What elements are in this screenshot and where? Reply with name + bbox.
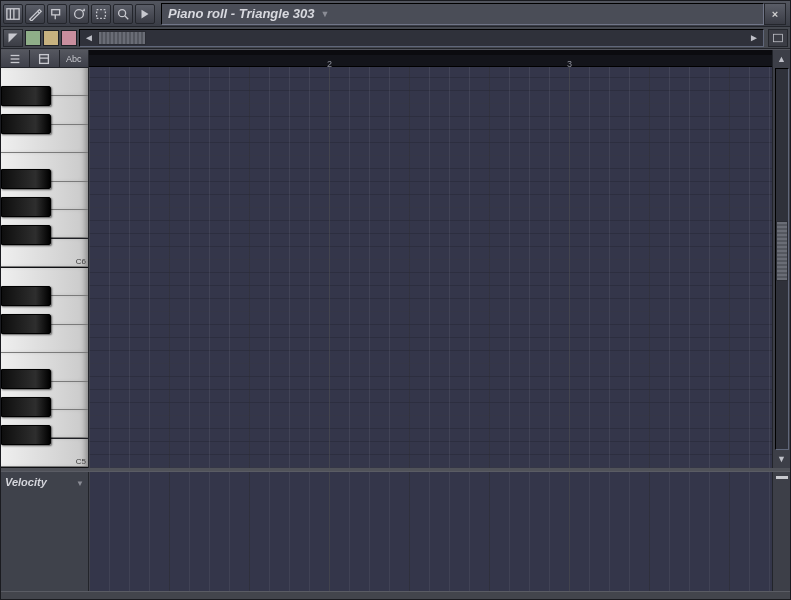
collapse-icon[interactable] <box>776 476 788 479</box>
select-tool-icon[interactable] <box>91 4 111 24</box>
black-key[interactable] <box>1 197 51 217</box>
vertical-scrollbar[interactable]: ▲ ▼ <box>772 50 790 468</box>
time-ruler[interactable]: 2 3 <box>89 50 772 67</box>
piano-keyboard[interactable]: C6 C5 <box>1 68 88 468</box>
svg-rect-14 <box>40 54 49 63</box>
close-button[interactable]: × <box>764 3 786 25</box>
black-key[interactable] <box>1 314 51 334</box>
paint-tool-icon[interactable] <box>47 4 67 24</box>
velocity-panel: Velocity ▼ <box>1 471 790 591</box>
svg-line-7 <box>125 15 129 19</box>
title-dropdown-icon: ▼ <box>320 9 329 19</box>
list-view-button[interactable] <box>1 50 30 67</box>
black-key[interactable] <box>1 169 51 189</box>
svg-point-6 <box>119 9 126 16</box>
octave-label: C5 <box>76 457 86 466</box>
svg-rect-5 <box>97 9 106 18</box>
svg-rect-3 <box>52 9 60 14</box>
note-color-1[interactable] <box>25 30 41 46</box>
piano-roll-icon[interactable] <box>3 4 23 24</box>
velocity-grid[interactable] <box>89 472 772 591</box>
piano-roll-window: Piano roll - Triangle 303 ▼ × ◄ ► <box>0 0 791 600</box>
note-names-button[interactable]: Abc <box>60 50 88 67</box>
detail-view-button[interactable] <box>30 50 59 67</box>
scroll-up-icon[interactable]: ▲ <box>775 52 789 66</box>
horizontal-scrollbar[interactable]: ◄ ► <box>79 29 764 47</box>
close-icon: × <box>772 8 778 20</box>
cycle-icon[interactable] <box>69 4 89 24</box>
grid-area: 2 3 <box>89 50 772 468</box>
svg-rect-0 <box>7 8 19 19</box>
window-title[interactable]: Piano roll - Triangle 303 ▼ <box>161 3 764 25</box>
svg-point-4 <box>75 9 84 18</box>
black-key[interactable] <box>1 114 51 134</box>
black-key[interactable] <box>1 369 51 389</box>
h-scroll-thumb[interactable] <box>98 31 146 45</box>
snap-menu-button[interactable] <box>3 29 23 47</box>
main-area: Abc <box>1 49 790 599</box>
black-key[interactable] <box>1 397 51 417</box>
left-column: Abc <box>1 50 89 468</box>
scroll-left-icon[interactable]: ◄ <box>82 31 96 45</box>
velocity-side <box>772 472 790 591</box>
svg-marker-9 <box>9 33 18 42</box>
overview-button[interactable] <box>768 29 788 47</box>
black-key[interactable] <box>1 86 51 106</box>
timeline-toolbar: ◄ ► <box>1 27 790 49</box>
bar-number: 2 <box>327 59 332 69</box>
svg-rect-10 <box>774 34 783 42</box>
window-title-text: Piano roll - Triangle 303 <box>168 6 314 21</box>
note-color-2[interactable] <box>43 30 59 46</box>
black-key[interactable] <box>1 225 51 245</box>
velocity-label: Velocity <box>5 476 47 488</box>
note-color-3[interactable] <box>61 30 77 46</box>
black-key[interactable] <box>1 286 51 306</box>
octave-lower: C5 <box>1 268 88 468</box>
scroll-down-icon[interactable]: ▼ <box>775 452 789 466</box>
status-strip <box>1 591 790 599</box>
velocity-dropdown-icon[interactable]: ▼ <box>76 479 84 488</box>
note-grid[interactable] <box>89 67 772 468</box>
octave-label: C6 <box>76 257 86 266</box>
velocity-label-area[interactable]: Velocity ▼ <box>1 472 89 591</box>
svg-marker-8 <box>142 9 149 18</box>
title-bar: Piano roll - Triangle 303 ▼ × <box>1 1 790 27</box>
black-key[interactable] <box>1 425 51 445</box>
bar-number: 3 <box>567 59 572 69</box>
playback-tool-icon[interactable] <box>135 4 155 24</box>
left-toolrow: Abc <box>1 50 88 68</box>
scroll-right-icon[interactable]: ► <box>747 31 761 45</box>
draw-tool-icon[interactable] <box>25 4 45 24</box>
note-names-label: Abc <box>66 54 82 64</box>
note-area-wrap: Abc <box>1 50 790 471</box>
octave-upper: C6 <box>1 68 88 268</box>
v-scroll-track[interactable] <box>775 68 789 450</box>
zoom-tool-icon[interactable] <box>113 4 133 24</box>
v-scroll-thumb[interactable] <box>776 221 788 281</box>
